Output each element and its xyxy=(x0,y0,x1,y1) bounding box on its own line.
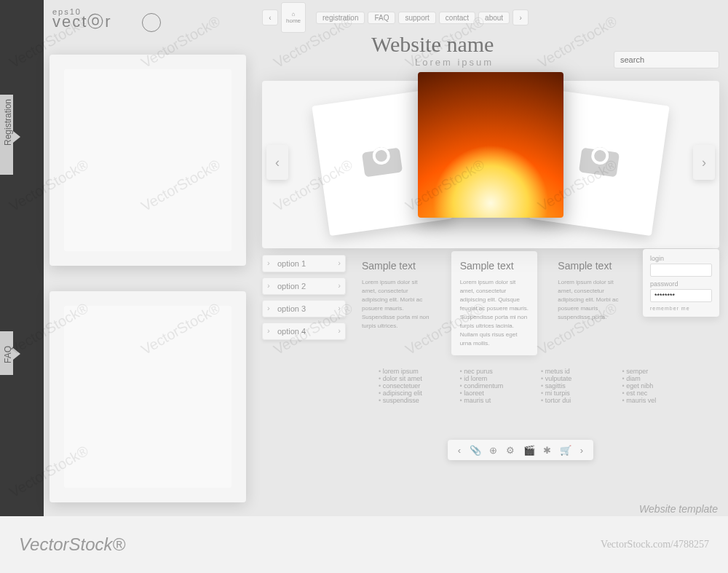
content-columns: Sample text Lorem ipsum dolor sit amet, … xyxy=(353,251,636,355)
list-item[interactable]: vulputate xyxy=(541,375,602,382)
slider-prev-button[interactable]: ‹ xyxy=(266,145,288,180)
preview-thumb-faq xyxy=(50,291,246,502)
login-panel: login password remember me xyxy=(643,249,719,317)
side-tab-label: Registration xyxy=(3,133,13,146)
list-item[interactable]: mauris ut xyxy=(460,397,521,404)
list-item[interactable]: dolor sit amet xyxy=(379,375,440,382)
list-item[interactable]: est nec xyxy=(622,390,684,397)
eps-logo: eps10 vectⓞr xyxy=(52,11,112,33)
brand-logo: VectorStock® xyxy=(19,534,125,555)
content-card: Sample text Lorem ipsum dolor sit amet, … xyxy=(353,251,440,355)
option-button[interactable]: option 2 xyxy=(262,277,346,295)
list-item[interactable]: mauris vel xyxy=(622,397,684,404)
film-icon[interactable]: 🎬 xyxy=(523,445,535,456)
list-item[interactable]: sagittis xyxy=(541,382,602,390)
nav-item[interactable]: registration xyxy=(316,12,365,24)
preview-thumb-registration xyxy=(50,55,246,266)
toolbar-prev-icon[interactable]: ‹ xyxy=(458,445,461,456)
footer-list: nec purus id lorem condimentum laoreet m… xyxy=(460,368,521,404)
left-rail xyxy=(0,0,44,573)
nav-prev-button[interactable]: ‹ xyxy=(262,9,278,25)
side-tab-arrow-icon xyxy=(13,131,20,143)
clip-icon[interactable]: 📎 xyxy=(470,445,481,456)
option-button[interactable]: option 4 xyxy=(262,323,346,340)
list-item[interactable]: semper xyxy=(622,368,684,375)
hero-image xyxy=(418,72,563,218)
list-item[interactable]: laoreet xyxy=(460,390,521,397)
list-item[interactable]: suspendisse xyxy=(379,397,440,404)
main-panel: ‹ ⌂ home registration FAQ support contac… xyxy=(262,7,719,504)
crosshair-icon xyxy=(142,13,161,32)
password-label: password xyxy=(650,280,712,288)
search-wrap xyxy=(614,51,719,68)
content-card: Sample text Lorem ipsum dolor sit amet, … xyxy=(451,251,538,355)
card-title: Sample text xyxy=(460,258,529,274)
top-nav: ‹ ⌂ home registration FAQ support contac… xyxy=(262,7,719,28)
list-item[interactable]: diam xyxy=(622,375,684,382)
card-body: Lorem ipsum dolor sit amet, consectetur … xyxy=(460,278,529,348)
password-input[interactable] xyxy=(650,289,712,302)
list-item[interactable]: condimentum xyxy=(460,382,521,390)
content-card: Sample text Lorem ipsum dolor sit amet, … xyxy=(549,251,636,355)
template-label: Website template xyxy=(639,503,718,515)
nav-next-button[interactable]: › xyxy=(513,9,529,25)
list-item[interactable]: mi turpis xyxy=(541,390,602,397)
option-button[interactable]: option 3 xyxy=(262,300,346,317)
camera-icon xyxy=(361,142,403,178)
card-title: Sample text xyxy=(558,258,627,274)
nav-item[interactable]: about xyxy=(478,12,510,24)
footer-lists: lorem ipsum dolor sit amet consectetuer … xyxy=(379,368,683,404)
camera-icon xyxy=(579,142,620,178)
list-item[interactable]: consectetuer xyxy=(379,382,440,390)
side-tab-label: FAQ xyxy=(3,350,13,363)
list-item[interactable]: id lorem xyxy=(460,375,521,382)
home-button[interactable]: ⌂ home xyxy=(281,2,306,33)
nav-item[interactable]: contact xyxy=(439,12,475,24)
list-item[interactable]: eget nibh xyxy=(622,382,684,390)
login-input[interactable] xyxy=(650,264,712,277)
side-tab-registration[interactable]: Registration xyxy=(0,95,13,175)
card-body: Lorem ipsum dolor sit amet, consectetur … xyxy=(558,278,627,322)
nav-item[interactable]: FAQ xyxy=(368,12,395,24)
cart-icon[interactable]: 🛒 xyxy=(560,445,571,456)
hero-slider: ‹ › xyxy=(262,81,719,248)
card-title: Sample text xyxy=(362,258,431,274)
bottom-toolbar: ‹ 📎 ⊕ ⚙ 🎬 ✱ 🛒 › xyxy=(448,440,593,460)
list-item[interactable]: adipiscing elit xyxy=(379,390,440,397)
option-button[interactable]: option 1 xyxy=(262,255,346,272)
footer-list: metus id vulputate sagittis mi turpis to… xyxy=(541,368,602,404)
list-item[interactable]: tortor dui xyxy=(541,397,602,404)
list-item[interactable]: lorem ipsum xyxy=(379,368,440,375)
footer-list: semper diam eget nibh est nec mauris vel xyxy=(622,368,684,404)
tools-icon[interactable]: ✱ xyxy=(543,445,551,456)
brand-footer: VectorStock® VectorStock.com/4788257 xyxy=(0,516,728,573)
eps-small: eps10 xyxy=(52,7,82,16)
stock-id: VectorStock.com/4788257 xyxy=(601,539,709,550)
options-stack: option 1 option 2 option 3 option 4 xyxy=(262,255,346,345)
target-icon[interactable]: ⊕ xyxy=(489,445,497,456)
card-body: Lorem ipsum dolor sit amet, consectetur … xyxy=(362,278,431,331)
home-icon: ⌂ xyxy=(292,11,296,17)
nav-item[interactable]: support xyxy=(398,12,435,24)
toolbar-next-icon[interactable]: › xyxy=(580,445,583,456)
search-input[interactable] xyxy=(614,51,719,68)
slider-next-button[interactable]: › xyxy=(693,145,715,180)
list-item[interactable]: nec purus xyxy=(460,368,521,375)
remember-label[interactable]: remember me xyxy=(650,306,712,311)
home-label: home xyxy=(286,17,301,24)
gear-icon[interactable]: ⚙ xyxy=(506,445,515,456)
login-label: login xyxy=(650,255,712,262)
list-item[interactable]: metus id xyxy=(541,368,602,375)
footer-list: lorem ipsum dolor sit amet consectetuer … xyxy=(379,368,440,404)
side-tab-faq[interactable]: FAQ xyxy=(0,331,13,375)
side-tab-arrow-icon xyxy=(13,348,20,360)
